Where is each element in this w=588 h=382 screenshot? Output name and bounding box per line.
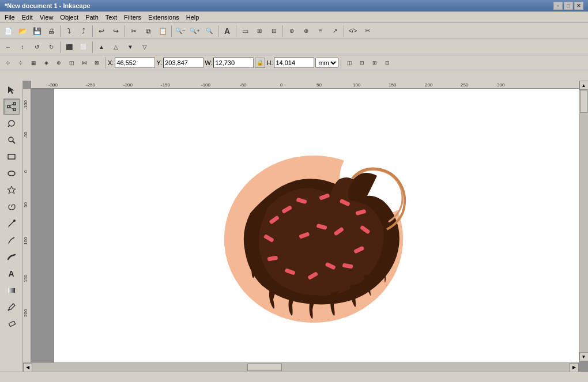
zoom-tool-btn[interactable]: [3, 132, 20, 148]
align-btn[interactable]: ≡: [314, 24, 327, 38]
rect-select-btn[interactable]: ▭: [238, 24, 252, 38]
tweak-tool-btn[interactable]: [3, 115, 20, 131]
rotate-ccw-btn[interactable]: ↺: [30, 40, 44, 54]
h-input[interactable]: [274, 58, 314, 68]
snap-btn-7[interactable]: ⋈: [78, 57, 90, 69]
x-input[interactable]: [115, 58, 155, 68]
scroll-right-button[interactable]: ▶: [570, 363, 579, 372]
import-button[interactable]: ⤵: [62, 24, 76, 38]
title-bar: *New document 1 - Inkscape − □ ✕: [0, 0, 588, 12]
text-tool-btn[interactable]: A: [220, 24, 234, 38]
spiral-tool-btn[interactable]: [3, 199, 20, 215]
flip-h-btn[interactable]: ↔: [1, 40, 15, 54]
scroll-left-button[interactable]: ◀: [23, 363, 32, 372]
undo-button[interactable]: ↩: [95, 24, 108, 38]
open-button[interactable]: 📂: [16, 24, 29, 38]
snap-btn-3[interactable]: ▦: [28, 57, 39, 69]
copy-button[interactable]: ⧉: [141, 24, 155, 38]
grid2-btn[interactable]: ⊟: [267, 24, 281, 38]
svg-text:300: 300: [497, 82, 505, 88]
canvas-container[interactable]: -300 -250 -200 -150 -100 -50 0 50 100 15…: [23, 81, 588, 372]
snap-btn-5[interactable]: ⊛: [53, 57, 65, 69]
menu-extensions[interactable]: Extensions: [145, 13, 183, 22]
transform-btn-2[interactable]: ◫: [344, 57, 355, 69]
snap-btn-6[interactable]: ◫: [66, 57, 77, 69]
zoom-in-button[interactable]: 🔍+: [188, 24, 202, 38]
snap-btn-9[interactable]: ⊡: [356, 57, 368, 69]
snap-btn-1[interactable]: ⊹: [2, 57, 14, 69]
rect-tool-btn[interactable]: [3, 149, 20, 165]
snap-btn-8[interactable]: ⊠: [91, 57, 103, 69]
grid-btn[interactable]: ⊞: [252, 24, 266, 38]
menu-file[interactable]: File: [1, 13, 18, 22]
pencil-tool-btn[interactable]: [3, 232, 20, 248]
raise-btn[interactable]: ▲: [95, 40, 108, 54]
close-button[interactable]: ✕: [574, 2, 583, 10]
gradient-tool-btn[interactable]: [3, 282, 20, 298]
scroll-down-button[interactable]: ▼: [579, 352, 589, 361]
star-tool-btn[interactable]: [3, 182, 20, 198]
scroll-up-button[interactable]: ▲: [579, 81, 589, 90]
zoom-out-button[interactable]: 🔍−: [174, 24, 187, 38]
lower-btn[interactable]: ▼: [123, 40, 137, 54]
menu-help[interactable]: Help: [183, 13, 203, 22]
zoom-fit-button[interactable]: 🔍: [202, 24, 216, 38]
svg-text:250: 250: [461, 82, 469, 88]
flip-v-btn[interactable]: ↕: [16, 40, 29, 54]
ellipse-tool-btn[interactable]: [3, 165, 20, 181]
minimize-button[interactable]: −: [553, 2, 563, 10]
y-input[interactable]: [163, 58, 203, 68]
menu-path[interactable]: Path: [82, 13, 102, 22]
horizontal-scrollbar[interactable]: ◀ ▶: [23, 362, 579, 372]
menu-text[interactable]: Text: [102, 13, 120, 22]
snap-btn-10[interactable]: ⊞: [369, 57, 380, 69]
ungroup-btn[interactable]: ⬜: [77, 40, 91, 54]
redo-button[interactable]: ↪: [109, 24, 123, 38]
scissors-btn[interactable]: ✂: [360, 24, 374, 38]
rotate-cw-btn[interactable]: ↻: [44, 40, 58, 54]
drawing-canvas[interactable]: [54, 89, 579, 372]
menu-object[interactable]: Object: [56, 13, 82, 22]
eraser-tool-btn[interactable]: [3, 316, 20, 332]
snap-btn-11[interactable]: ⊟: [382, 57, 393, 69]
svg-marker-8: [7, 186, 16, 194]
raise-top-btn[interactable]: △: [109, 40, 123, 54]
xml-btn[interactable]: </>: [346, 24, 360, 38]
unit-select[interactable]: mm px cm in: [315, 58, 338, 68]
menu-edit[interactable]: Edit: [18, 13, 36, 22]
snap-btn-2[interactable]: ⊹: [15, 57, 27, 69]
group-btn[interactable]: ⬛: [62, 40, 76, 54]
clone-btn[interactable]: ⊕: [285, 24, 299, 38]
scroll-track-vertical[interactable]: [579, 90, 588, 352]
transform-btn[interactable]: ↗: [328, 24, 342, 38]
separator: [60, 41, 61, 53]
scroll-thumb-horizontal[interactable]: [247, 364, 282, 371]
menu-filters[interactable]: Filters: [120, 13, 145, 22]
maximize-button[interactable]: □: [564, 2, 573, 10]
new-button[interactable]: 📄: [1, 24, 15, 38]
sym-btn[interactable]: ⊕: [299, 24, 313, 38]
print-button[interactable]: 🖨: [44, 24, 58, 38]
separator: [60, 25, 61, 37]
select-tool-btn[interactable]: [3, 82, 20, 98]
text-tool-btn[interactable]: A: [3, 266, 20, 282]
lower-bottom-btn[interactable]: ▽: [138, 40, 152, 54]
svg-text:-100: -100: [23, 100, 28, 109]
cut-button[interactable]: ✂: [127, 24, 141, 38]
vertical-scrollbar[interactable]: ▲ ▼: [579, 81, 588, 361]
toolbox: A: [0, 81, 23, 372]
node-tool-btn[interactable]: [3, 99, 20, 115]
scroll-track-horizontal[interactable]: [32, 363, 570, 372]
w-input[interactable]: [213, 58, 254, 68]
export-button[interactable]: ⤴: [77, 24, 91, 38]
save-button[interactable]: 💾: [30, 24, 44, 38]
svg-rect-10: [8, 288, 15, 293]
snap-btn-4[interactable]: ◈: [40, 57, 52, 69]
calligraphy-tool-btn[interactable]: [3, 249, 20, 265]
dropper-tool-btn[interactable]: [3, 299, 20, 315]
lock-aspect-button[interactable]: 🔒: [255, 58, 265, 68]
menu-view[interactable]: View: [36, 13, 57, 22]
paste-button[interactable]: 📋: [156, 24, 169, 38]
pen-tool-btn[interactable]: [3, 215, 20, 232]
scroll-thumb-vertical[interactable]: [580, 90, 587, 113]
